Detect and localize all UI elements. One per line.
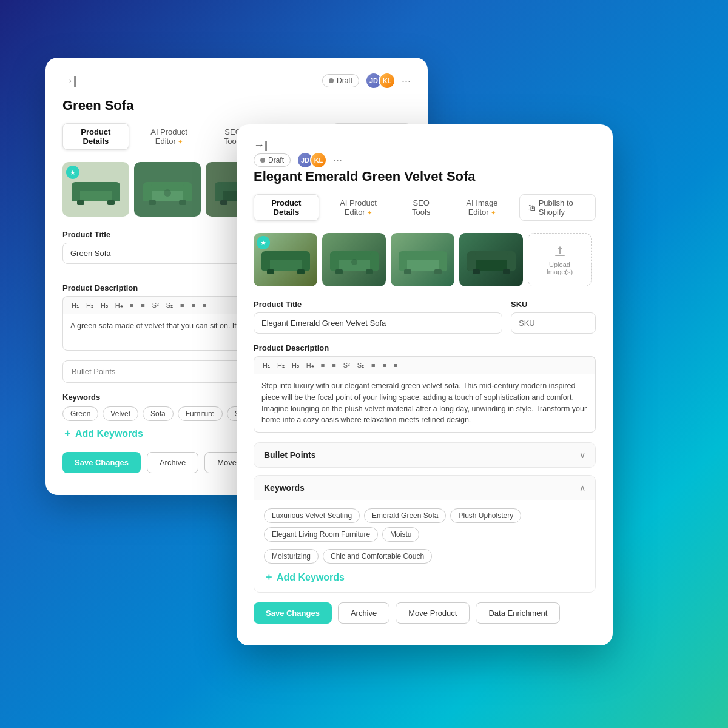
draft-label: Draft [337, 76, 352, 85]
front-product-title-input[interactable] [254, 312, 502, 334]
svg-rect-24 [297, 269, 305, 274]
kw-chic[interactable]: Chic and Comfortable Couch [323, 549, 432, 564]
tab-product-details-front[interactable]: Product Details [254, 194, 319, 221]
front-h1-btn[interactable]: H₁ [260, 360, 272, 371]
upload-label: UploadImage(s) [547, 261, 573, 275]
front-align-left[interactable]: ≡ [369, 360, 377, 371]
front-archive-button[interactable]: Archive [338, 602, 389, 624]
upload-icon [553, 244, 567, 258]
back-align-center[interactable]: ≡ [189, 300, 197, 311]
back-card-nav: →| Draft JD KL ··· [62, 72, 411, 89]
bullet-points-header[interactable]: Bullet Points ∨ [254, 443, 595, 467]
keyword-sofa[interactable]: Sofa [143, 406, 174, 421]
front-ol-btn[interactable]: ≡ [329, 360, 338, 371]
draft-badge[interactable]: Draft [322, 74, 359, 87]
front-h4-btn[interactable]: H₄ [304, 360, 316, 371]
kw-moisturizing[interactable]: Moisturizing [264, 549, 318, 564]
svg-rect-44 [555, 255, 565, 256]
back-h2-btn[interactable]: H₂ [84, 300, 96, 311]
tab-seo-front[interactable]: SEO Tools [397, 194, 445, 221]
keywords-section: Keywords ∧ Luxurious Velvet Seating Emer… [254, 475, 596, 593]
svg-rect-36 [404, 269, 411, 274]
back-align-right[interactable]: ≡ [200, 300, 209, 311]
front-sofa-2 [327, 240, 382, 280]
front-ul-btn[interactable]: ≡ [318, 360, 327, 371]
front-align-right[interactable]: ≡ [391, 360, 400, 371]
back-s2b-btn[interactable]: S₂ [164, 300, 175, 311]
front-description-area[interactable]: Step into luxury with our elegant emeral… [254, 374, 596, 433]
back-h4-btn[interactable]: H₄ [113, 300, 125, 311]
svg-rect-30 [366, 269, 373, 274]
front-plus-icon: ＋ [264, 571, 274, 584]
kw-luxurious[interactable]: Luxurious Velvet Seating [264, 508, 360, 523]
front-add-keywords-label: Add Keywords [277, 572, 345, 583]
front-image-3[interactable] [391, 233, 454, 286]
front-image-2[interactable] [322, 233, 386, 286]
front-draft-dot [260, 158, 265, 163]
front-editor-toolbar: H₁ H₂ H₃ H₄ ≡ ≡ S² S₂ ≡ ≡ ≡ [254, 356, 596, 374]
svg-rect-21 [261, 252, 270, 271]
front-draft-label: Draft [268, 156, 284, 164]
front-description-label: Product Description [254, 343, 596, 352]
kw-moistu[interactable]: Moistu [382, 527, 419, 542]
front-image-1[interactable]: ★ [254, 233, 317, 286]
front-h3-btn[interactable]: H₃ [289, 360, 302, 371]
front-sku-input[interactable] [511, 312, 596, 334]
tab-ai-editor-front[interactable]: AI Product Editor ✦ [323, 194, 394, 221]
back-image-2[interactable] [134, 162, 201, 217]
front-images-row: ★ [254, 233, 596, 286]
kw-emerald[interactable]: Emerald Green Sofa [364, 508, 446, 523]
front-add-keywords-btn[interactable]: ＋ Add Keywords [264, 571, 585, 584]
front-save-button[interactable]: Save Changes [254, 602, 332, 624]
front-card-tabs: Product Details AI Product Editor ✦ SEO … [254, 194, 596, 221]
tab-ai-editor-back[interactable]: AI Product Editor ✦ [133, 123, 206, 150]
front-align-center[interactable]: ≡ [380, 360, 388, 371]
svg-rect-10 [149, 200, 156, 205]
svg-rect-40 [467, 252, 476, 271]
svg-rect-41 [507, 252, 516, 271]
svg-rect-11 [179, 200, 186, 205]
kw-plush[interactable]: Plush Upholstery [450, 508, 521, 523]
back-ol-btn[interactable]: ≡ [138, 300, 147, 311]
upload-images-button[interactable]: UploadImage(s) [528, 233, 592, 286]
front-move-button[interactable]: Move Product [396, 602, 470, 624]
svg-rect-8 [143, 183, 152, 201]
front-star-badge: ★ [257, 236, 270, 249]
front-avatar-2: KL [310, 152, 327, 169]
keyword-velvet[interactable]: Velvet [103, 406, 138, 421]
back-image-1[interactable]: ★ [62, 162, 129, 217]
back-s2-btn[interactable]: S² [150, 300, 161, 311]
front-enrichment-button[interactable]: Data Enrichment [476, 602, 560, 624]
kw-elegant[interactable]: Elegant Living Room Furniture [264, 527, 378, 542]
tab-publish-front[interactable]: 🛍 Publish to Shopify [519, 194, 596, 221]
tab-product-details-back[interactable]: Product Details [62, 123, 129, 150]
back-ul-btn[interactable]: ≡ [127, 300, 136, 311]
nav-top-right: Draft JD KL ··· [322, 72, 411, 89]
more-menu-icon[interactable]: ··· [402, 75, 411, 87]
front-title-label: Product Title [254, 300, 502, 309]
front-shopify-icon: 🛍 [527, 203, 536, 212]
back-align-left[interactable]: ≡ [178, 300, 186, 311]
back-h1-btn[interactable]: H₁ [69, 300, 81, 311]
front-image-4[interactable] [459, 233, 523, 286]
keyword-furniture[interactable]: Furniture [178, 406, 223, 421]
keywords-chips-row-2: Moisturizing Chic and Comfortable Couch [264, 549, 585, 564]
keyword-green[interactable]: Green [62, 406, 98, 421]
back-archive-button[interactable]: Archive [147, 452, 198, 473]
back-h3-btn[interactable]: H₃ [98, 300, 110, 311]
front-s2b-btn[interactable]: S₂ [355, 360, 366, 371]
front-more-menu-icon[interactable]: ··· [333, 154, 342, 167]
svg-rect-29 [335, 269, 343, 274]
front-back-arrow-icon[interactable]: →| [254, 139, 268, 151]
front-s2-btn[interactable]: S² [341, 360, 352, 371]
tab-ai-image-front[interactable]: AI Image Editor ✦ [448, 194, 516, 221]
front-h2-btn[interactable]: H₂ [275, 360, 287, 371]
back-add-keywords-label: Add Keywords [75, 428, 143, 439]
svg-rect-4 [77, 200, 84, 205]
keywords-header[interactable]: Keywords ∧ [254, 476, 595, 500]
front-card-nav: →| Draft JD KL ··· [254, 139, 596, 169]
front-draft-badge[interactable]: Draft [254, 153, 291, 167]
back-arrow-icon[interactable]: →| [62, 75, 76, 87]
back-save-button[interactable]: Save Changes [62, 452, 141, 473]
back-card-title: Green Sofa [62, 98, 411, 113]
